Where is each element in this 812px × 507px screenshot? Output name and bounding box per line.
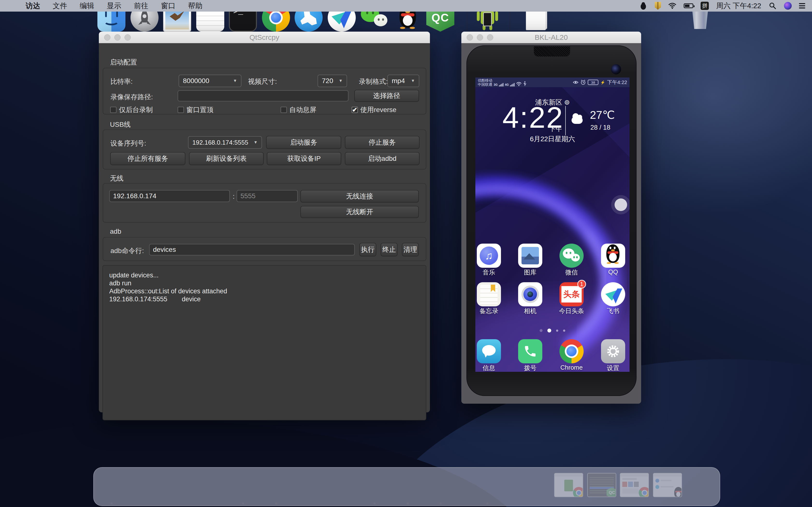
zoom-window-button[interactable] bbox=[124, 34, 131, 41]
checkbox-box[interactable] bbox=[177, 107, 184, 113]
stop-all-services-button[interactable]: 停止所有服务 bbox=[110, 152, 185, 165]
adb-cmd-label: adb命令行: bbox=[110, 246, 144, 256]
menu-finder[interactable]: 访达 bbox=[19, 0, 46, 12]
menu-edit[interactable]: 编辑 bbox=[73, 0, 101, 12]
menu-help[interactable]: 帮助 bbox=[182, 0, 209, 12]
bitrate-value: 8000000 bbox=[183, 77, 209, 85]
adb-run-button[interactable]: 执行 bbox=[359, 243, 376, 257]
choose-path-button[interactable]: 选择路径 bbox=[354, 90, 419, 102]
app-toutiao[interactable]: 头条 1 bbox=[559, 282, 583, 306]
app-camera[interactable] bbox=[518, 282, 542, 306]
checkbox-label: 窗口置顶 bbox=[186, 105, 213, 114]
app-label: 备忘录 bbox=[475, 307, 508, 315]
wireless-connect-button[interactable]: 无线连接 bbox=[300, 190, 419, 203]
get-device-ip-button[interactable]: 获取设备IP bbox=[267, 152, 341, 165]
adb-cmd-input[interactable] bbox=[149, 244, 355, 256]
record-format-label: 录制格式: bbox=[359, 77, 388, 86]
minimize-window-button[interactable] bbox=[477, 34, 483, 41]
wireless-disconnect-button[interactable]: 无线断开 bbox=[300, 206, 419, 218]
app-music[interactable]: ♫ bbox=[477, 243, 501, 268]
menu-view[interactable]: 显示 bbox=[101, 0, 128, 12]
battery-status-icon[interactable] bbox=[684, 3, 693, 8]
use-reverse-checkbox[interactable]: ✔ 使用reverse bbox=[352, 105, 396, 114]
eye-comfort-icon bbox=[573, 80, 578, 84]
zoom-window-button[interactable] bbox=[487, 34, 493, 41]
menu-clock[interactable]: 周六 下午4:22 bbox=[716, 1, 761, 11]
antivirus-shield-icon[interactable] bbox=[655, 2, 661, 10]
log-line: AdbProcess::out:List of devices attached bbox=[109, 287, 419, 295]
menu-file[interactable]: 文件 bbox=[46, 0, 73, 12]
start-adbd-button[interactable]: 启动adbd bbox=[345, 152, 419, 165]
app-qq[interactable] bbox=[601, 243, 625, 268]
siri-icon[interactable] bbox=[784, 2, 792, 10]
checkbox-box[interactable] bbox=[281, 107, 287, 113]
usb-groupbox: 设备序列号: 192.168.0.174:5555 ▼ 启动服务 停止服务 停止… bbox=[103, 130, 426, 169]
video-size-combo[interactable]: 720 ▼ bbox=[317, 74, 347, 87]
macos-dock bbox=[93, 467, 720, 506]
widget-divider bbox=[565, 106, 566, 135]
adb-clear-button[interactable]: 清理 bbox=[402, 243, 419, 257]
app-messages[interactable] bbox=[477, 339, 501, 363]
phone-speaker-grille bbox=[534, 46, 570, 56]
checkbox-label: 仅后台录制 bbox=[119, 105, 153, 114]
phone-mirror-window: BKL-AL20 bbox=[461, 32, 641, 404]
app-label: QQ bbox=[594, 268, 629, 276]
cloud-icon bbox=[571, 117, 582, 124]
input-method-icon[interactable]: 拼 bbox=[701, 2, 709, 10]
qtscrcpy-titlebar[interactable]: QtScrcpy bbox=[99, 32, 430, 43]
date-widget[interactable]: 6月22日星期六 bbox=[475, 134, 629, 144]
app-settings[interactable] bbox=[601, 339, 625, 363]
battery-indicator: 38 bbox=[588, 80, 598, 85]
auto-screen-off-checkbox[interactable]: 自动息屏 bbox=[281, 105, 316, 114]
section-usb-label: USB线 bbox=[110, 120, 131, 129]
app-chrome[interactable] bbox=[559, 339, 583, 363]
chevron-down-icon: ▼ bbox=[254, 140, 258, 145]
feishu-icon bbox=[601, 282, 625, 306]
minimize-window-button[interactable] bbox=[114, 34, 120, 41]
checkbox-label: 使用reverse bbox=[360, 105, 396, 114]
window-on-top-checkbox[interactable]: 窗口置顶 bbox=[177, 105, 213, 114]
wireless-port-input[interactable] bbox=[237, 190, 298, 202]
start-service-button[interactable]: 启动服务 bbox=[266, 136, 341, 149]
app-feishu[interactable] bbox=[601, 282, 625, 306]
phone-screen[interactable]: 优酷移动 中国联通 3G 4G 38 ⚡ bbox=[475, 77, 629, 372]
app-gallery[interactable] bbox=[518, 243, 542, 268]
bitrate-combo[interactable]: 8000000 ▼ bbox=[179, 74, 242, 87]
qq-status-icon[interactable] bbox=[639, 2, 648, 10]
launch-config-groupbox: 比特率: 8000000 ▼ 视频尺寸: 720 ▼ 录制格式: mp4 ▼ 录… bbox=[103, 68, 426, 114]
phone-status-time: 下午4:22 bbox=[607, 79, 627, 86]
wifi-status-icon[interactable] bbox=[668, 2, 676, 10]
spotlight-search-icon[interactable] bbox=[768, 2, 777, 10]
record-format-combo[interactable]: mp4 ▼ bbox=[388, 74, 419, 87]
weather-temperature[interactable]: 27℃ bbox=[590, 108, 615, 121]
menu-window[interactable]: 窗口 bbox=[155, 0, 182, 12]
carrier-name-2: 中国联通 bbox=[478, 82, 492, 87]
adb-stop-button[interactable]: 终止 bbox=[380, 243, 398, 257]
notification-center-icon[interactable] bbox=[799, 2, 805, 10]
assistive-touch-ball[interactable] bbox=[615, 199, 627, 211]
app-dialer[interactable] bbox=[518, 339, 542, 363]
alarm-icon bbox=[580, 80, 586, 85]
record-path-input[interactable] bbox=[177, 90, 349, 101]
phone-window-title: BKL-AL20 bbox=[535, 33, 568, 42]
checkbox-box[interactable] bbox=[110, 107, 116, 113]
close-window-button[interactable] bbox=[104, 34, 110, 41]
checkbox-box-checked[interactable]: ✔ bbox=[352, 107, 358, 113]
camera-icon bbox=[521, 286, 539, 303]
wireless-ip-input[interactable] bbox=[109, 190, 230, 202]
ip-port-separator: : bbox=[233, 193, 235, 201]
close-window-button[interactable] bbox=[467, 34, 473, 41]
stop-service-button[interactable]: 停止服务 bbox=[345, 136, 419, 149]
menu-go[interactable]: 前往 bbox=[128, 0, 155, 12]
phone-window-titlebar[interactable]: BKL-AL20 bbox=[461, 32, 641, 43]
refresh-devices-button[interactable]: 刷新设备列表 bbox=[189, 152, 264, 165]
section-launch-config-label: 启动配置 bbox=[110, 58, 137, 67]
background-record-checkbox[interactable]: 仅后台录制 bbox=[110, 105, 153, 114]
app-notes[interactable] bbox=[477, 282, 501, 306]
app-wechat[interactable] bbox=[559, 243, 583, 268]
serial-combo[interactable]: 192.168.0.174:5555 ▼ bbox=[188, 136, 262, 149]
signal-bars-icon bbox=[499, 83, 503, 87]
adb-log-output[interactable]: update devices...adb runAdbProcess::out:… bbox=[102, 265, 426, 420]
home-page-indicator[interactable] bbox=[475, 329, 629, 332]
app-label: 相机 bbox=[511, 307, 550, 315]
